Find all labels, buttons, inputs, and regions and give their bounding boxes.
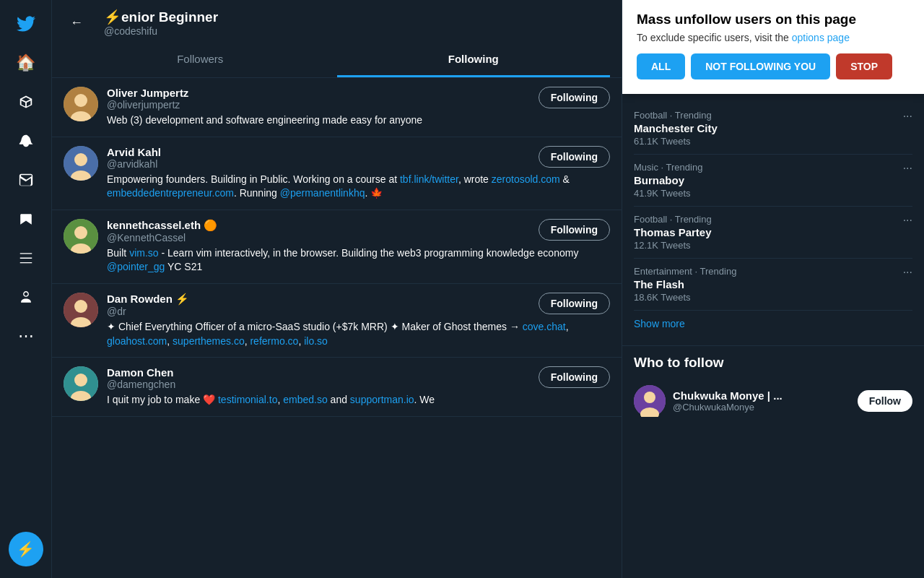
bio-link[interactable]: zerotosold.com — [492, 173, 560, 185]
popup-subtitle-text: To exclude specific users, visit the — [637, 32, 789, 43]
following-button[interactable]: Following — [539, 293, 610, 314]
user-item: Oliver Jumpertz @oliverjumpertz Followin… — [52, 78, 622, 137]
follow-button[interactable]: Follow — [858, 390, 912, 412]
user-top: Dan Rowden ⚡ @dr Following — [107, 293, 610, 319]
trend-info: Football · Trending Manchester City 61.1… — [634, 110, 718, 147]
trend-item: Football · Trending Thomas Partey 12.1K … — [634, 207, 912, 259]
options-page-link[interactable]: options page — [792, 32, 850, 43]
compose-tweet-button[interactable]: ⚡ — [9, 532, 43, 566]
tab-following[interactable]: Following — [337, 43, 611, 77]
popup-buttons: ALL NOT FOLLOWING YOU STOP — [637, 53, 910, 79]
trend-info: Entertainment · Trending The Flash 18.6K… — [634, 266, 736, 303]
following-button[interactable]: Following — [539, 146, 610, 168]
username: @arvidkahl — [107, 158, 530, 170]
twitter-logo-icon[interactable] — [8, 6, 44, 42]
trend-item: Music · Trending Burnaboy 41.9K Tweets ·… — [634, 155, 912, 207]
bio-link[interactable]: embed.so — [283, 394, 327, 405]
popup-subtitle: To exclude specific users, visit the opt… — [637, 32, 910, 43]
svg-point-16 — [644, 392, 655, 403]
user-content: kennethcassel.eth 🟠 @KennethCassel Follo… — [107, 219, 610, 275]
trend-category: Football · Trending — [634, 214, 712, 225]
trend-category: Music · Trending — [634, 162, 702, 173]
user-bio: ✦ Chief Everything Officer of a micro-Sa… — [107, 320, 610, 348]
following-list: Oliver Jumpertz @oliverjumpertz Followin… — [52, 78, 622, 578]
trend-name: Burnaboy — [634, 174, 702, 186]
messages-icon[interactable] — [8, 162, 44, 198]
tab-followers[interactable]: Followers — [64, 43, 337, 77]
user-top: Damon Chen @damengchen Following — [107, 366, 610, 392]
bio-link[interactable]: superthemes.co — [173, 335, 245, 347]
bio-link[interactable]: vim.so — [129, 247, 158, 259]
bio-link[interactable]: testimonial.to — [218, 394, 277, 405]
display-name: Oliver Jumpertz — [107, 87, 530, 99]
trend-category: Football · Trending — [634, 110, 718, 121]
all-button[interactable]: ALL — [637, 53, 685, 79]
profile-display-name: ⚡enior Beginner — [104, 9, 218, 25]
bookmarks-icon[interactable] — [8, 201, 44, 237]
avatar — [64, 87, 98, 121]
trend-more-icon[interactable]: ··· — [903, 214, 912, 227]
not-following-button[interactable]: NOT FOLLOWING YOU — [691, 53, 830, 79]
trend-name: The Flash — [634, 278, 736, 290]
profile-handle: @codeshifu — [104, 25, 218, 37]
following-button[interactable]: Following — [539, 87, 610, 108]
svg-point-10 — [74, 300, 87, 313]
bio-link[interactable]: @permanentlinkhq — [280, 187, 365, 199]
svg-point-4 — [74, 153, 87, 166]
trend-count: 61.1K Tweets — [634, 136, 718, 147]
profile-icon[interactable] — [8, 279, 44, 315]
avatar — [64, 366, 98, 401]
trend-more-icon[interactable]: ··· — [903, 162, 912, 175]
suggestion-handle: @ChukwukaMonye — [673, 402, 850, 413]
avatar — [64, 219, 98, 254]
mass-unfollow-popup: Mass unfollow users on this page To excl… — [622, 0, 924, 94]
bio-link[interactable]: supportman.io — [350, 394, 414, 405]
user-bio: Empowering founders. Building in Public.… — [107, 173, 610, 201]
trend-name: Manchester City — [634, 122, 718, 134]
avatar — [64, 146, 98, 181]
show-more-link[interactable]: Show more — [634, 311, 912, 337]
user-info: Dan Rowden ⚡ @dr — [107, 293, 530, 319]
bio-link[interactable]: cove.chat — [523, 321, 566, 332]
username: @dr — [107, 306, 530, 317]
bio-link[interactable]: tbf.link/twitter — [400, 173, 458, 185]
user-item: Damon Chen @damengchen Following I quit … — [52, 358, 622, 417]
more-icon[interactable]: ⋯ — [8, 318, 44, 354]
trend-more-icon[interactable]: ··· — [903, 110, 912, 123]
stop-button[interactable]: STOP — [836, 53, 892, 79]
who-to-follow-title: Who to follow — [634, 355, 912, 371]
suggestion-name: Chukwuka Monye | ... — [673, 389, 850, 402]
display-name: Arvid Kahl — [107, 146, 530, 158]
username: @damengchen — [107, 379, 530, 390]
home-icon[interactable]: 🏠 — [8, 45, 44, 81]
lists-icon[interactable] — [8, 240, 44, 276]
bio-link[interactable]: gloahost.com — [107, 335, 167, 347]
following-button[interactable]: Following — [539, 366, 610, 388]
user-bio: I quit my job to make ❤️ testimonial.to,… — [107, 393, 610, 407]
user-content: Damon Chen @damengchen Following I quit … — [107, 366, 610, 407]
notifications-icon[interactable] — [8, 123, 44, 159]
user-item: Arvid Kahl @arvidkahl Following Empoweri… — [52, 137, 622, 210]
trend-more-icon[interactable]: ··· — [903, 266, 912, 279]
user-top: Arvid Kahl @arvidkahl Following — [107, 146, 610, 171]
trends-section: Football · Trending Manchester City 61.1… — [622, 94, 924, 346]
display-name: kennethcassel.eth 🟠 — [107, 219, 530, 232]
user-info: Oliver Jumpertz @oliverjumpertz — [107, 87, 530, 112]
username: @oliverjumpertz — [107, 99, 530, 111]
following-button[interactable]: Following — [539, 219, 610, 241]
user-content: Oliver Jumpertz @oliverjumpertz Followin… — [107, 87, 610, 128]
profile-header: ← ⚡enior Beginner @codeshifu Followers F… — [52, 0, 622, 78]
user-item: kennethcassel.eth 🟠 @KennethCassel Follo… — [52, 210, 622, 284]
display-name: Dan Rowden ⚡ — [107, 293, 530, 306]
bio-link[interactable]: refermo.co — [250, 335, 298, 347]
left-sidebar: 🏠 ⋯ ⚡ — [0, 0, 52, 578]
back-button[interactable]: ← — [64, 10, 90, 36]
bio-link[interactable]: ilo.so — [304, 335, 328, 347]
user-bio: Built vim.so - Learn vim interactively, … — [107, 246, 610, 275]
right-sidebar: Mass unfollow users on this page To excl… — [622, 0, 924, 578]
bio-link[interactable]: embeddedentrepreneur.com — [107, 187, 234, 199]
user-content: Dan Rowden ⚡ @dr Following ✦ Chief Every… — [107, 293, 610, 348]
explore-icon[interactable] — [8, 84, 44, 120]
bio-link[interactable]: @pointer_gg — [107, 261, 165, 272]
main-content: ← ⚡enior Beginner @codeshifu Followers F… — [52, 0, 622, 578]
